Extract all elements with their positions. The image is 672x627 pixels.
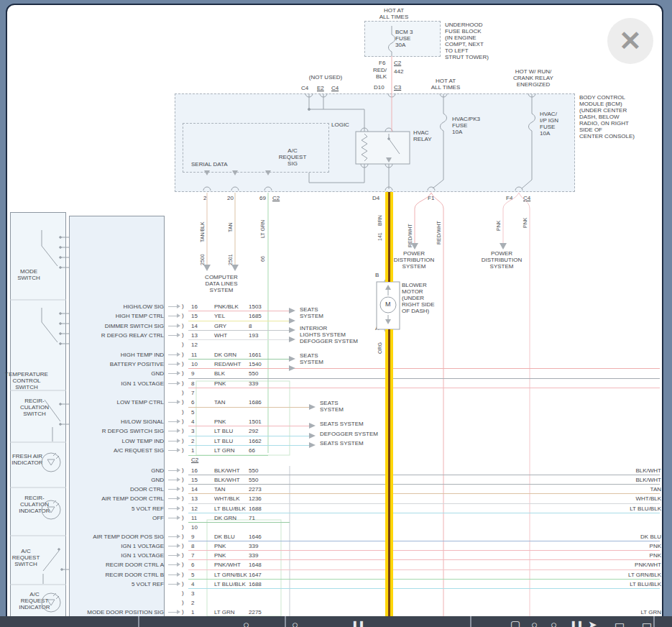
left-arrow-icon: [168, 470, 178, 471]
fuse-symbol: [433, 94, 447, 188]
pin-number: 5: [191, 409, 194, 416]
wire-color: LT BLU: [214, 428, 233, 434]
left-arrow-icon: [168, 555, 178, 556]
toolbar-icon-9[interactable]: ▭: [615, 619, 625, 627]
table-row: IGN 1 VOLTAGE)7PNK339PNK: [69, 551, 663, 560]
signal-label: IGN 1 VOLTAGE: [69, 552, 164, 559]
pin-number: 3: [191, 428, 194, 434]
signal-label: AIR TEMP DOOR POS SIG: [69, 534, 164, 540]
connector-bracket-icon: ): [182, 418, 184, 424]
table-row: BATTERY POSITIVE)10RED/WHT1540: [69, 360, 663, 369]
pin-number: 4: [191, 418, 194, 425]
wire-color: DK GRN: [214, 515, 236, 521]
signal-label: GND: [69, 370, 164, 377]
toolbar-icon-3[interactable]: ❚❚: [351, 619, 364, 627]
toolbar-icon-10[interactable]: ▭: [642, 619, 652, 627]
right-wire-label: DK BLU: [640, 534, 661, 540]
connector-bracket-icon: ): [182, 580, 184, 587]
pin-number: 11: [191, 515, 197, 521]
connector-bracket-icon: ): [182, 408, 184, 415]
power-distribution-label-1: POWER DISTRIBUTION SYSTEM: [379, 250, 448, 270]
toolbar-icon-7[interactable]: ❚❚: [570, 619, 583, 627]
left-arrow-icon: [168, 373, 178, 374]
circuit-number: 1688: [249, 505, 262, 512]
table-row: )3: [69, 589, 663, 598]
close-button[interactable]: ✕: [607, 18, 653, 64]
pin-number: 2: [191, 600, 194, 606]
signal-label: IGN 1 VOLTAGE: [69, 380, 164, 387]
left-arrow-icon: [168, 584, 178, 585]
connector-bracket-icon: ): [182, 552, 184, 558]
wire-color: WHT: [214, 332, 227, 339]
signal-label: R DEFOG RELAY CTRL: [69, 332, 164, 339]
left-arrow-icon: [168, 518, 178, 518]
pin-number: 16: [191, 303, 198, 310]
wire-arrow-icon: [289, 318, 295, 324]
table-row: A/C REQUEST SIG)1LT GRN66: [69, 446, 663, 455]
signal-label: 5 VOLT REF: [69, 505, 164, 512]
signal-label: HI/LOW SIGNAL: [69, 418, 164, 425]
toolbar-icon-5[interactable]: ○: [531, 619, 538, 627]
table-row: IGN 1 VOLTAGE)8PNK339: [69, 379, 663, 388]
wire-color: PNK/WHT: [214, 562, 241, 568]
left-arrow-icon: [168, 364, 178, 365]
table-row: )12: [69, 340, 663, 349]
wire-arrow-icon: [309, 433, 316, 439]
left-arrow-icon: [168, 612, 178, 613]
dest-seats-system: SEATS SYSTEM: [320, 421, 364, 427]
right-wire-label: PNK: [650, 543, 661, 549]
toolbar-icon-1[interactable]: ○: [243, 619, 249, 627]
connector-bracket-icon: ): [182, 312, 184, 319]
wire-color: LT BLU: [214, 438, 233, 444]
table-row: DIMMER SWITCH SIG)14GRY8: [69, 321, 663, 331]
wire-color: TAN: [214, 399, 225, 406]
right-wire-label: WHT/BLK: [635, 495, 661, 502]
right-wire-label: LT GRN/BLK: [628, 572, 661, 578]
connector-bracket-icon: ): [182, 523, 184, 530]
wire-color: PNK/BLK: [214, 303, 239, 310]
circuit-number: 1646: [249, 534, 262, 540]
connector-bracket-icon: ): [182, 370, 184, 376]
circuit-number: 1503: [249, 303, 262, 310]
pin-number: 14: [191, 486, 198, 493]
circuit-number: 1686: [249, 399, 262, 406]
circuit-number: 66: [249, 447, 255, 454]
pin-number: 7: [191, 552, 194, 559]
table-row: HIGH/LOW SIG)16PNK/BLK1503: [69, 302, 663, 311]
table-row: )10: [69, 523, 663, 532]
wire-color: PNK: [214, 418, 226, 425]
left-arrow-icon: [168, 316, 178, 316]
toolbar-icon-2[interactable]: ○: [292, 619, 298, 627]
right-wire-label: TAN: [650, 486, 661, 493]
pin-number: 8: [191, 380, 194, 387]
wire-color: PNK: [214, 552, 226, 559]
table-row: AIR TEMP DOOR CTRL)13WHT/BLK1236WHT/BLK: [69, 494, 663, 503]
circuit-number: 1688: [249, 581, 262, 587]
dest-defogger-system: DEFOGGER SYSTEM: [320, 431, 378, 437]
signal-label: HIGH/LOW SIG: [69, 303, 164, 310]
connector-bracket-icon: ): [182, 514, 184, 521]
pin-number: 12: [191, 342, 198, 348]
wire-arrow-icon: [309, 442, 316, 448]
left-arrow-icon: [168, 383, 178, 384]
wire-arrow-icon: [289, 327, 295, 333]
toolbar-divider: [285, 616, 286, 627]
connector-bracket-icon: ): [182, 505, 184, 511]
wire-color: LT BLU/BLK: [214, 505, 246, 512]
table-row: DOOR CTRL)14TAN2273TAN: [69, 485, 663, 494]
toolbar-icon-4[interactable]: ▢: [510, 619, 520, 627]
table-row: HI/LOW SIGNAL)4PNK1501: [69, 417, 663, 426]
toolbar-icon-8[interactable]: ➤: [588, 619, 597, 627]
left-arrow-icon: [168, 498, 178, 499]
computer-data-lines-label: COMPUTER DATA LINES SYSTEM: [181, 274, 262, 293]
circuit-number: 8: [249, 323, 252, 329]
bottom-toolbar: ○ ○ ❚❚ ▢ ○ ○ ❚❚ ➤ ▭ ▭: [0, 616, 672, 627]
recirculation-switch-symbol: [45, 400, 69, 441]
signal-label: RECIR DOOR CTRL B: [69, 572, 164, 578]
pin-number: 13: [191, 495, 198, 502]
left-arrow-icon: [168, 354, 178, 355]
signal-label: RECIR DOOR CTRL A: [69, 562, 164, 568]
signal-label: HIGH TEMP IND: [69, 352, 164, 358]
highlighted-org-wire[interactable]: [385, 329, 393, 617]
toolbar-icon-6[interactable]: ○: [551, 619, 557, 627]
